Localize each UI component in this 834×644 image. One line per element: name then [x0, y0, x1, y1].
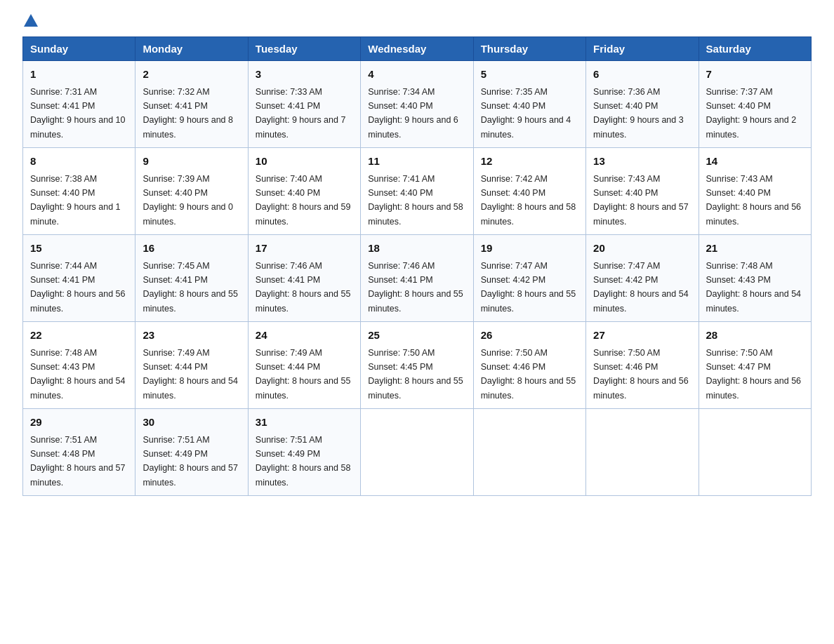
day-number: 2: [143, 67, 240, 83]
calendar-cell: 22 Sunrise: 7:48 AMSunset: 4:43 PMDaylig…: [23, 322, 135, 409]
calendar-cell: 21 Sunrise: 7:48 AMSunset: 4:43 PMDaylig…: [699, 235, 811, 322]
day-number: 21: [706, 241, 804, 257]
day-number: 11: [368, 154, 465, 170]
calendar-cell: 8 Sunrise: 7:38 AMSunset: 4:40 PMDayligh…: [23, 148, 135, 235]
day-info: Sunrise: 7:40 AMSunset: 4:40 PMDaylight:…: [256, 174, 351, 227]
day-number: 30: [143, 415, 240, 431]
day-number: 8: [30, 154, 128, 170]
day-number: 27: [593, 328, 691, 344]
day-number: 14: [706, 154, 804, 170]
calendar-week-row: 29 Sunrise: 7:51 AMSunset: 4:48 PMDaylig…: [23, 409, 812, 496]
day-info: Sunrise: 7:47 AMSunset: 4:42 PMDaylight:…: [593, 261, 689, 314]
day-number: 18: [368, 241, 465, 257]
day-info: Sunrise: 7:38 AMSunset: 4:40 PMDaylight:…: [30, 174, 121, 227]
col-header-saturday: Saturday: [699, 37, 811, 61]
day-info: Sunrise: 7:36 AMSunset: 4:40 PMDaylight:…: [593, 87, 684, 140]
day-number: 3: [256, 67, 353, 83]
day-info: Sunrise: 7:34 AMSunset: 4:40 PMDaylight:…: [368, 87, 458, 140]
day-number: 9: [143, 154, 240, 170]
day-info: Sunrise: 7:33 AMSunset: 4:41 PMDaylight:…: [256, 87, 346, 140]
day-info: Sunrise: 7:43 AMSunset: 4:40 PMDaylight:…: [593, 174, 689, 227]
calendar-cell: 17 Sunrise: 7:46 AMSunset: 4:41 PMDaylig…: [248, 235, 360, 322]
calendar-cell: 20 Sunrise: 7:47 AMSunset: 4:42 PMDaylig…: [586, 235, 699, 322]
day-info: Sunrise: 7:43 AMSunset: 4:40 PMDaylight:…: [706, 174, 802, 227]
day-number: 12: [481, 154, 578, 170]
calendar-cell: 3 Sunrise: 7:33 AMSunset: 4:41 PMDayligh…: [248, 61, 360, 148]
calendar-cell: 12 Sunrise: 7:42 AMSunset: 4:40 PMDaylig…: [473, 148, 585, 235]
day-info: Sunrise: 7:50 AMSunset: 4:47 PMDaylight:…: [706, 348, 802, 401]
day-info: Sunrise: 7:51 AMSunset: 4:49 PMDaylight:…: [256, 435, 351, 488]
day-number: 22: [30, 328, 128, 344]
calendar-week-row: 22 Sunrise: 7:48 AMSunset: 4:43 PMDaylig…: [23, 322, 812, 409]
calendar-cell: 26 Sunrise: 7:50 AMSunset: 4:46 PMDaylig…: [473, 322, 585, 409]
calendar-cell: 7 Sunrise: 7:37 AMSunset: 4:40 PMDayligh…: [699, 61, 811, 148]
day-number: 29: [30, 415, 128, 431]
day-info: Sunrise: 7:51 AMSunset: 4:48 PMDaylight:…: [30, 435, 126, 488]
calendar-cell: 15 Sunrise: 7:44 AMSunset: 4:41 PMDaylig…: [23, 235, 135, 322]
calendar-week-row: 8 Sunrise: 7:38 AMSunset: 4:40 PMDayligh…: [23, 148, 812, 235]
calendar-cell: 31 Sunrise: 7:51 AMSunset: 4:49 PMDaylig…: [248, 409, 360, 496]
calendar-cell: 11 Sunrise: 7:41 AMSunset: 4:40 PMDaylig…: [361, 148, 473, 235]
calendar-cell: 29 Sunrise: 7:51 AMSunset: 4:48 PMDaylig…: [23, 409, 135, 496]
logo: [22, 17, 38, 25]
day-number: 16: [143, 241, 240, 257]
day-info: Sunrise: 7:32 AMSunset: 4:41 PMDaylight:…: [143, 87, 233, 140]
calendar-cell: [361, 409, 473, 496]
calendar-cell: 25 Sunrise: 7:50 AMSunset: 4:45 PMDaylig…: [361, 322, 473, 409]
day-number: 17: [256, 241, 353, 257]
day-info: Sunrise: 7:50 AMSunset: 4:46 PMDaylight:…: [593, 348, 689, 401]
day-info: Sunrise: 7:50 AMSunset: 4:45 PMDaylight:…: [368, 348, 463, 401]
calendar-cell: 18 Sunrise: 7:46 AMSunset: 4:41 PMDaylig…: [361, 235, 473, 322]
calendar-cell: 2 Sunrise: 7:32 AMSunset: 4:41 PMDayligh…: [135, 61, 248, 148]
calendar-cell: 5 Sunrise: 7:35 AMSunset: 4:40 PMDayligh…: [473, 61, 585, 148]
calendar-cell: [473, 409, 585, 496]
day-info: Sunrise: 7:50 AMSunset: 4:46 PMDaylight:…: [481, 348, 576, 401]
calendar-header-row: SundayMondayTuesdayWednesdayThursdayFrid…: [23, 37, 812, 61]
calendar-cell: 6 Sunrise: 7:36 AMSunset: 4:40 PMDayligh…: [586, 61, 699, 148]
day-info: Sunrise: 7:51 AMSunset: 4:49 PMDaylight:…: [143, 435, 238, 488]
day-number: 23: [143, 328, 240, 344]
day-number: 4: [368, 67, 465, 83]
col-header-sunday: Sunday: [23, 37, 135, 61]
day-info: Sunrise: 7:46 AMSunset: 4:41 PMDaylight:…: [256, 261, 351, 314]
day-info: Sunrise: 7:49 AMSunset: 4:44 PMDaylight:…: [256, 348, 351, 401]
day-number: 15: [30, 241, 128, 257]
calendar-cell: 13 Sunrise: 7:43 AMSunset: 4:40 PMDaylig…: [586, 148, 699, 235]
calendar-week-row: 15 Sunrise: 7:44 AMSunset: 4:41 PMDaylig…: [23, 235, 812, 322]
day-info: Sunrise: 7:39 AMSunset: 4:40 PMDaylight:…: [143, 174, 233, 227]
day-info: Sunrise: 7:35 AMSunset: 4:40 PMDaylight:…: [481, 87, 571, 140]
col-header-thursday: Thursday: [473, 37, 585, 61]
calendar-cell: 30 Sunrise: 7:51 AMSunset: 4:49 PMDaylig…: [135, 409, 248, 496]
calendar-cell: 27 Sunrise: 7:50 AMSunset: 4:46 PMDaylig…: [586, 322, 699, 409]
calendar-cell: 10 Sunrise: 7:40 AMSunset: 4:40 PMDaylig…: [248, 148, 360, 235]
day-number: 13: [593, 154, 691, 170]
day-number: 28: [706, 328, 804, 344]
day-number: 25: [368, 328, 465, 344]
calendar-table: SundayMondayTuesdayWednesdayThursdayFrid…: [22, 36, 812, 496]
day-number: 7: [706, 67, 804, 83]
col-header-wednesday: Wednesday: [361, 37, 473, 61]
calendar-cell: 28 Sunrise: 7:50 AMSunset: 4:47 PMDaylig…: [699, 322, 811, 409]
calendar-cell: 19 Sunrise: 7:47 AMSunset: 4:42 PMDaylig…: [473, 235, 585, 322]
calendar-cell: 9 Sunrise: 7:39 AMSunset: 4:40 PMDayligh…: [135, 148, 248, 235]
col-header-friday: Friday: [586, 37, 699, 61]
day-info: Sunrise: 7:48 AMSunset: 4:43 PMDaylight:…: [30, 348, 126, 401]
calendar-body: 1 Sunrise: 7:31 AMSunset: 4:41 PMDayligh…: [23, 61, 812, 496]
calendar-cell: 24 Sunrise: 7:49 AMSunset: 4:44 PMDaylig…: [248, 322, 360, 409]
day-number: 26: [481, 328, 578, 344]
calendar-cell: 4 Sunrise: 7:34 AMSunset: 4:40 PMDayligh…: [361, 61, 473, 148]
day-number: 19: [481, 241, 578, 257]
day-number: 24: [256, 328, 353, 344]
day-info: Sunrise: 7:42 AMSunset: 4:40 PMDaylight:…: [481, 174, 576, 227]
calendar-cell: 1 Sunrise: 7:31 AMSunset: 4:41 PMDayligh…: [23, 61, 135, 148]
day-info: Sunrise: 7:48 AMSunset: 4:43 PMDaylight:…: [706, 261, 802, 314]
day-number: 10: [256, 154, 353, 170]
day-info: Sunrise: 7:31 AMSunset: 4:41 PMDaylight:…: [30, 87, 126, 140]
day-info: Sunrise: 7:41 AMSunset: 4:40 PMDaylight:…: [368, 174, 463, 227]
calendar-cell: [699, 409, 811, 496]
day-info: Sunrise: 7:45 AMSunset: 4:41 PMDaylight:…: [143, 261, 238, 314]
day-info: Sunrise: 7:49 AMSunset: 4:44 PMDaylight:…: [143, 348, 238, 401]
day-number: 31: [256, 415, 353, 431]
logo-triangle-icon: [24, 14, 38, 27]
day-number: 1: [30, 67, 128, 83]
